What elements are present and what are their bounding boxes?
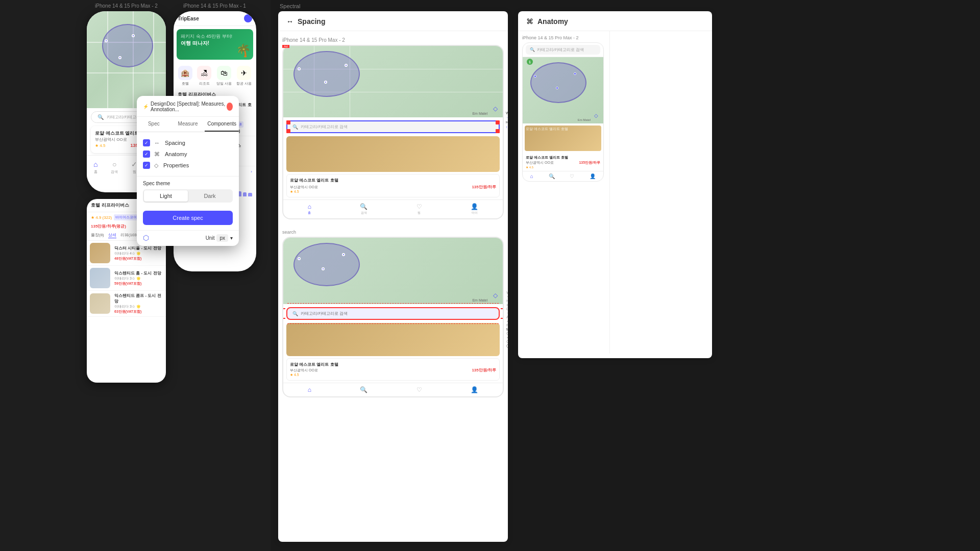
anatomy-map-circle <box>530 62 586 103</box>
spec-theme-section: Spec theme Light Dark <box>137 176 239 207</box>
anatomy-dot-1 <box>534 75 536 78</box>
checkbox-anatomy-check: ✓ <box>144 152 149 157</box>
spacing-dot-1 <box>298 67 301 70</box>
spacing-search-label: search <box>282 230 504 235</box>
bar-13 <box>243 192 247 196</box>
dialog-footer: ⬡ Unit px ▾ <box>137 230 239 246</box>
home-icon: ⌂ <box>93 160 97 168</box>
spacing-hotel-card-2: 로얄 에스코트 엘리트 호텔 부산광역시 OO로 135만원/하루 ★ 4.5 <box>286 358 500 381</box>
spacing-map-2: ◇ Em Matel <box>283 238 503 304</box>
spacing-panel-body[interactable]: iPhone 14 & 15 Pro Max - 2 Ad <box>278 31 508 537</box>
hotel-thumb-3 <box>90 243 110 263</box>
anatomy-nav-2: 🔍 <box>549 173 555 179</box>
close-button[interactable]: × <box>227 103 233 111</box>
spacing-dot-2-3 <box>342 253 345 256</box>
discord-icon: ⬡ <box>143 234 149 242</box>
amenity-detail: 상세 <box>108 232 116 238</box>
cat-hotel-icon: 🏨 <box>178 66 192 80</box>
spacing-hotel-loc-2: 부산광역시 OO로 <box>290 368 318 373</box>
spacing-line-bottom <box>287 323 499 324</box>
cat-resort-icon: 🏖 <box>197 66 211 80</box>
checkbox-spacing[interactable]: ✓ ↔ Spacing <box>143 137 233 148</box>
category-row: 🏨 호텔 🏖 리조트 🛍 당일 사용 ✈ 항공 사용 <box>174 63 256 89</box>
spacing-hotel-name-2: 로얄 에스코트 엘리트 호텔 <box>290 362 496 367</box>
checkbox-anatomy[interactable]: ✓ ⌘ Anatomy <box>143 148 233 160</box>
spacing-meas-val-2: ↕ Fixed 550px <box>506 125 508 129</box>
tab-components[interactable]: Components <box>205 117 239 132</box>
checkbox-anatomy-box: ✓ <box>143 151 150 158</box>
cat-more-label: 항공 사용 <box>236 81 252 86</box>
spacing-map-circle-1 <box>293 51 360 97</box>
road-v3 <box>153 11 154 108</box>
hotel-name-5: 익스텐티드 콤프 - 도시 전망 <box>114 293 163 304</box>
frame-label-1: iPhone 14 & 15 Pro Max - 1 <box>173 3 257 9</box>
hotel-price-3: 48만원(VAT포함) <box>114 256 163 261</box>
meas2-dir-label: Direction <box>506 307 508 311</box>
spacing-nav-label-1: 홈 <box>308 211 311 215</box>
hotel-list-5[interactable]: 익스텐티드 콤프 - 도시 전망 이태리다 3☆ 🌟 63만원(VAT포함) <box>87 291 166 317</box>
cat-resort[interactable]: 🏖 리조트 <box>197 66 211 86</box>
anatomy-hotel-overlay: 로얄 에스코트 엘리트 호텔 <box>526 127 568 132</box>
anatomy-num-1: 1 <box>527 59 533 65</box>
spacing-hotel-rating-2: ★ 4.5 <box>290 373 496 377</box>
meas2-w-val: → Fixed 350px <box>506 295 508 298</box>
spacing-nav2-1: ⌂ <box>308 386 311 393</box>
spacing-corner-bl <box>286 129 290 133</box>
spacing-search-bar-1: 🔍 카테고리/카테고리로 검색 <box>286 120 500 133</box>
anatomy-hotel-info: 로얄 에스코트 엘리트 호텔 부산광역시 OO로 135만원/하루 ★ 4.5 <box>523 153 603 171</box>
hotel-image-spacing-2 <box>286 323 500 356</box>
checkbox-spacing-box: ✓ <box>143 139 150 146</box>
checkbox-properties-box: ✓ <box>143 162 150 169</box>
spec-theme-label: Spec theme <box>143 181 233 186</box>
tab-measure[interactable]: Measure <box>171 117 205 132</box>
cat-shop-icon: 🛍 <box>217 66 231 80</box>
hotel-list-4[interactable]: 익스텐티드 홈 - 도시 전망 이태리다 3☆ 🌟 59만원(VAT포함) <box>87 266 166 291</box>
anatomy-phone-mockup: 🔍 카테고리/카테고리로 검색 1 ◇ Em Matel <box>522 42 604 182</box>
spacing-icon: ↔ <box>154 140 160 146</box>
nav-search[interactable]: ○ 검색 <box>111 160 118 174</box>
dialog-body: ✓ ↔ Spacing ✓ ⌘ Anatomy ✓ ◇ Properties <box>137 132 239 176</box>
cat-hotel[interactable]: 🏨 호텔 <box>178 66 192 86</box>
meas2-h-val: ↕ Hug 40px <box>506 303 508 307</box>
anatomy-em-matel: Em Matel <box>578 118 591 121</box>
tab-spec[interactable]: Spec <box>137 117 171 132</box>
checkbox-spacing-label: Spacing <box>165 140 185 146</box>
anatomy-search-text: 카테고리/카테고리로 검색 <box>537 47 584 53</box>
anatomy-diamond: ◇ <box>594 113 598 118</box>
spacing-measurements-2: Width → Fixed 350px Height ↕ Hug 40px Di… <box>506 291 508 348</box>
bar-14 <box>248 193 252 196</box>
hotel-image-spacing <box>286 136 500 172</box>
checkbox-properties[interactable]: ✓ ◇ Properties <box>143 160 233 171</box>
checkbox-properties-label: Properties <box>163 162 189 168</box>
cat-more[interactable]: ✈ 항공 사용 <box>236 66 252 86</box>
nav-bookmark-label: 찜 <box>133 169 136 174</box>
popular-times-link[interactable]: › <box>251 169 252 174</box>
cat-shop[interactable]: 🛍 당일 사용 <box>216 66 232 86</box>
spacing-panel-title: Spacing <box>298 17 325 26</box>
spacing-nav2-2: 🔍 <box>360 386 368 393</box>
create-spec-button[interactable]: Create spec <box>143 211 233 225</box>
unit-value: px <box>216 234 228 242</box>
amenity-pool: 풀장(8) <box>91 232 104 238</box>
unit-selector[interactable]: Unit px ▾ <box>206 234 233 242</box>
anatomy-hotel-row: 부산광역시 OO로 135만원/하루 <box>526 160 600 165</box>
cat-hotel-label: 호텔 <box>182 81 189 86</box>
theme-light[interactable]: Light <box>144 190 188 202</box>
nav-home[interactable]: ⌂ 홈 <box>93 160 97 174</box>
anatomy-bottom-nav: ⌂ 🔍 ♡ 👤 <box>523 171 603 181</box>
theme-toggle: Light Dark <box>143 189 233 203</box>
spacing-nav-icon-3: ♡ <box>416 203 422 210</box>
anatomy-icon: ⌘ <box>154 151 160 158</box>
search-icon-left: 🔍 <box>97 114 104 120</box>
checkbox-properties-check: ✓ <box>144 163 149 168</box>
spacing-corner-tr <box>496 120 500 124</box>
spacing-search-highlighted: 🔍 카테고리/카테고리로 검색 <box>286 307 500 320</box>
banner-text-1: 패키지 숙소 45만원 부터! <box>181 33 249 40</box>
checkbox-anatomy-label: Anatomy <box>165 151 187 157</box>
anatomy-search-icon: 🔍 <box>530 47 535 52</box>
spacing-hotel-price-2: 135만원/하루 <box>472 367 496 373</box>
hotel-info-3: 딕스터 시티풀 - 도시 전망 이태리다 4☆ 🌟 48만원(VAT포함) <box>114 245 163 261</box>
spacing-nav-label-4: 마이 <box>472 211 478 215</box>
theme-dark[interactable]: Dark <box>188 190 232 202</box>
spacing-bottom-nav: ⌂ 홈 🔍 검색 ♡ 찜 👤 마이 <box>283 199 503 218</box>
